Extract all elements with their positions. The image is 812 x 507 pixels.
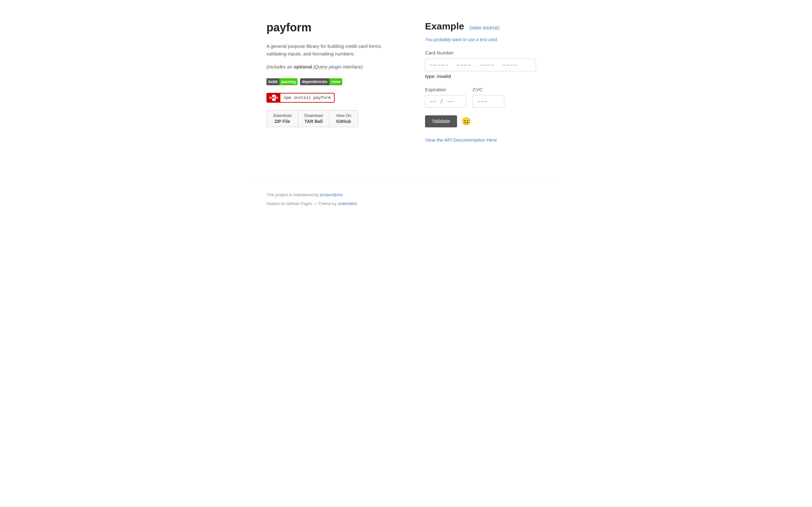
optional-suffix: jQuery plugin interface)	[312, 64, 362, 69]
maintainer-link[interactable]: jondavidjohn	[320, 192, 343, 197]
footer: This project is maintained by jondavidjo…	[254, 182, 558, 207]
expiration-input[interactable]	[425, 95, 466, 108]
type-value: invalid	[437, 74, 451, 79]
npm-install-badge: nmn npm install payform	[266, 93, 335, 103]
expiration-group: Expiration	[425, 86, 466, 108]
example-title: Example (view source)	[425, 19, 546, 33]
download-tar-name: TAR Ball	[305, 118, 323, 124]
download-buttons: Download ZIP File Download TAR Ball View…	[266, 110, 387, 127]
dependencies-badge-left: dependencies	[300, 78, 329, 85]
build-badge-right: passing	[280, 78, 298, 85]
test-card-note: You probably want to use a test card.	[425, 37, 546, 43]
maintained-prefix: This project is maintained by	[266, 192, 320, 197]
card-number-label: Card Number	[425, 49, 546, 57]
dependencies-badge: dependencies none	[300, 78, 342, 85]
type-label: type:	[425, 74, 436, 79]
cvc-label: CVC	[473, 86, 504, 94]
optional-prefix: (Includes an	[266, 64, 294, 69]
validation-emoji: 😐	[461, 116, 471, 127]
api-documentation-link[interactable]: View the API Documentation Here	[425, 137, 497, 143]
type-info: type: invalid	[425, 73, 546, 80]
download-zip-label: Download	[273, 113, 292, 118]
page-title: payform	[266, 19, 387, 36]
badges-container: build passing dependencies none	[266, 78, 387, 85]
left-column: payform A general purpose library for bu…	[266, 19, 387, 144]
npm-command: npm install payform	[281, 94, 334, 102]
optional-note: (Includes an optional jQuery plugin inte…	[266, 63, 387, 71]
right-column: Example (view source) You probably want …	[425, 19, 546, 144]
validate-button[interactable]: Validate	[425, 115, 457, 127]
footer-maintained: This project is maintained by jondavidjo…	[266, 192, 546, 198]
build-badge: build passing	[266, 78, 298, 85]
npm-logo: nmn	[267, 94, 281, 102]
view-github-button[interactable]: View On GitHub	[329, 110, 358, 127]
download-tar-label: Download	[305, 113, 323, 118]
hosted-prefix: Hosted on GitHub Pages — Theme by	[266, 201, 338, 206]
card-number-input[interactable]	[425, 59, 536, 71]
expiry-cvc-row: Expiration CVC	[425, 86, 546, 108]
download-zip-button[interactable]: Download ZIP File	[266, 110, 298, 127]
download-zip-name: ZIP File	[273, 118, 292, 124]
footer-hosted: Hosted on GitHub Pages — Theme by ordere…	[266, 201, 546, 207]
card-number-group: Card Number type: invalid	[425, 49, 546, 80]
description: A general purpose library for building c…	[266, 43, 387, 58]
build-badge-left: build	[266, 78, 280, 85]
validate-row: Validate 😐	[425, 115, 546, 127]
view-source-link[interactable]: (view source)	[469, 25, 500, 31]
github-name: GitHub	[336, 118, 351, 124]
optional-word: optional	[294, 64, 312, 69]
example-title-text: Example	[425, 21, 464, 32]
cvc-group: CVC	[473, 86, 504, 108]
theme-link[interactable]: orderedlist	[338, 201, 357, 206]
dependencies-badge-right: none	[329, 78, 342, 85]
download-tar-button[interactable]: Download TAR Ball	[298, 110, 329, 127]
cvc-input[interactable]	[473, 95, 504, 108]
expiration-label: Expiration	[425, 86, 466, 94]
view-on-label: View On	[336, 113, 351, 118]
